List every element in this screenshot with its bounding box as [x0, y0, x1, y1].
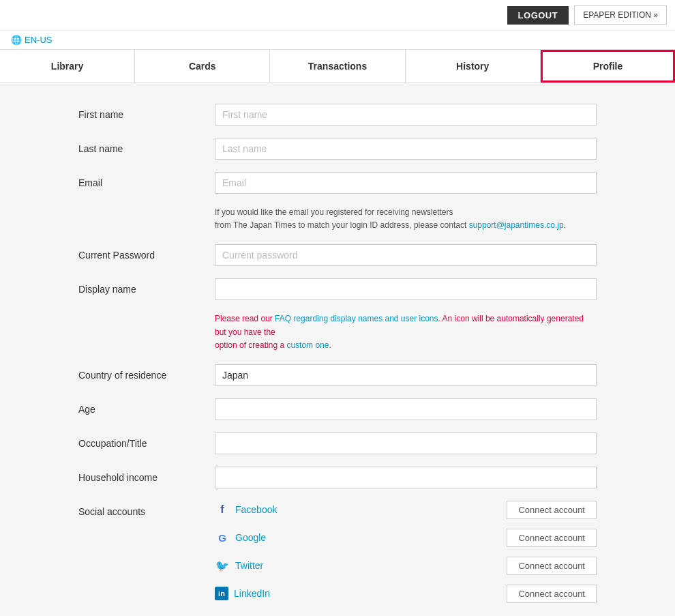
first-name-row: First name: [78, 104, 597, 126]
google-item: G Google Connect account: [215, 529, 597, 547]
household-label: Household income: [78, 467, 215, 483]
globe-icon: 🌐: [11, 35, 22, 45]
last-name-label: Last name: [78, 138, 215, 154]
nav-history[interactable]: History: [406, 50, 541, 83]
email-input[interactable]: [215, 172, 597, 194]
age-row: Age: [78, 398, 597, 420]
password-row: Current Password: [78, 244, 597, 266]
logout-button[interactable]: LOGOUT: [507, 6, 569, 25]
twitter-name-wrap: 🐦 Twitter: [215, 558, 263, 573]
email-info: If you would like the email you register…: [78, 206, 597, 232]
country-input[interactable]: [215, 364, 597, 386]
google-label: Google: [235, 532, 266, 543]
linkedin-label: LinkedIn: [234, 588, 270, 599]
occupation-field: [215, 432, 597, 454]
lang-link[interactable]: 🌐 EN-US: [11, 35, 52, 45]
password-input[interactable]: [215, 244, 597, 266]
lang-bar: 🌐 EN-US: [0, 30, 675, 49]
lang-label: EN-US: [25, 35, 52, 45]
facebook-icon: f: [215, 502, 230, 517]
nav-cards[interactable]: Cards: [135, 50, 270, 83]
country-field: [215, 364, 597, 386]
twitter-label: Twitter: [235, 560, 263, 571]
nav-library[interactable]: Library: [0, 50, 135, 83]
social-accounts-row: Social accounts f Facebook Connect accou…: [78, 501, 597, 613]
top-bar: LOGOUT EPAPER EDITION »: [0, 0, 675, 30]
twitter-item: 🐦 Twitter Connect account: [215, 557, 597, 575]
email-label: Email: [78, 172, 215, 188]
first-name-input[interactable]: [215, 104, 597, 126]
email-field: [215, 172, 597, 194]
google-connect-button[interactable]: Connect account: [507, 529, 597, 547]
linkedin-icon: in: [215, 587, 228, 600]
age-field: [215, 398, 597, 420]
occupation-label: Occupation/Title: [78, 432, 215, 449]
faq-link[interactable]: FAQ regarding display names and user ico…: [275, 314, 438, 323]
facebook-connect-button[interactable]: Connect account: [507, 501, 597, 519]
twitter-icon: 🐦: [215, 558, 230, 573]
last-name-field: [215, 138, 597, 160]
facebook-name-wrap: f Facebook: [215, 502, 277, 517]
household-input[interactable]: [215, 467, 597, 488]
household-row: Household income: [78, 467, 597, 488]
password-label: Current Password: [78, 244, 215, 261]
google-name-wrap: G Google: [215, 530, 266, 545]
age-input[interactable]: [215, 398, 597, 420]
facebook-item: f Facebook Connect account: [215, 501, 597, 519]
display-name-warning: Please read our FAQ regarding display na…: [78, 312, 597, 352]
nav-transactions[interactable]: Transactions: [270, 50, 405, 83]
twitter-connect-button[interactable]: Connect account: [507, 557, 597, 575]
epaper-button[interactable]: EPAPER EDITION »: [574, 5, 667, 25]
nav-profile[interactable]: Profile: [541, 50, 675, 83]
password-field: [215, 244, 597, 266]
custom-icon-link[interactable]: custom one: [286, 340, 329, 350]
display-name-input[interactable]: [215, 278, 597, 300]
linkedin-name-wrap: in LinkedIn: [215, 587, 270, 600]
last-name-input[interactable]: [215, 138, 597, 160]
last-name-row: Last name: [78, 138, 597, 160]
social-items-list: f Facebook Connect account G Google Conn…: [215, 501, 597, 613]
linkedin-connect-button[interactable]: Connect account: [507, 585, 597, 603]
display-name-field: [215, 278, 597, 300]
social-accounts-label: Social accounts: [78, 501, 215, 517]
facebook-label: Facebook: [235, 504, 277, 515]
support-email-link[interactable]: support@japantimes.co.jp: [469, 220, 564, 230]
country-label: Country of residence: [78, 364, 215, 381]
linkedin-item: in LinkedIn Connect account: [215, 585, 597, 603]
google-icon: G: [215, 530, 230, 545]
first-name-field: [215, 104, 597, 126]
occupation-row: Occupation/Title: [78, 432, 597, 454]
main-nav: Library Cards Transactions History Profi…: [0, 49, 675, 83]
age-label: Age: [78, 398, 215, 415]
first-name-label: First name: [78, 104, 215, 120]
occupation-input[interactable]: [215, 432, 597, 454]
household-field: [215, 467, 597, 488]
email-row: Email: [78, 172, 597, 194]
display-name-label: Display name: [78, 278, 215, 295]
country-row: Country of residence: [78, 364, 597, 386]
profile-form: First name Last name Email If you would …: [65, 104, 610, 616]
display-name-row: Display name: [78, 278, 597, 300]
